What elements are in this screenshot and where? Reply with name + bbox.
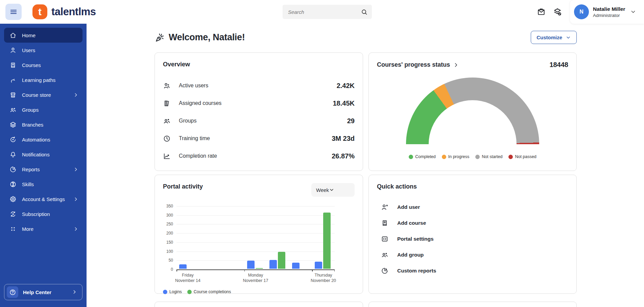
quick-action-add-group[interactable]: Add group — [381, 247, 568, 263]
x-axis-tick — [244, 269, 245, 271]
chevron-right-icon — [453, 62, 459, 68]
inbox-message-icon[interactable] — [537, 7, 546, 16]
y-axis-tick-label: 350 — [160, 204, 173, 209]
quick-action-portal-settings[interactable]: Portal settings — [381, 231, 568, 247]
logins-bar[interactable] — [269, 260, 277, 269]
courses-total-count: 18448 — [549, 61, 568, 69]
sidebar-item-groups[interactable]: Groups — [4, 102, 82, 117]
sidebar-item-courses[interactable]: Courses — [4, 58, 82, 72]
sidebar-item-account-settings[interactable]: Account & Settings — [4, 192, 82, 206]
legend-completed: Completed — [409, 154, 435, 159]
legend-not-passed: Not passed — [508, 154, 536, 159]
user-plus-icon — [381, 203, 388, 211]
partial-card-left — [154, 302, 363, 307]
overview-title: Overview — [163, 61, 355, 68]
chevron-right-icon — [73, 226, 78, 232]
search-bar — [283, 5, 372, 19]
portal-activity-card: Portal activity Week 0501001502002503003… — [154, 175, 363, 294]
y-axis-tick-label: 250 — [160, 222, 173, 226]
party-popper-icon — [154, 32, 165, 43]
book-icon — [381, 219, 388, 227]
help-center-label: Help Center — [23, 289, 72, 295]
user-menu[interactable]: N Natalie Miller Administrator — [570, 0, 644, 24]
hamburger-menu-button[interactable] — [5, 4, 22, 20]
course-completions-bar[interactable] — [278, 252, 285, 269]
quick-action-custom-reports[interactable]: Custom reports — [381, 263, 568, 279]
main-content: Welcome, Natalie! Customize Overview Act… — [154, 30, 577, 307]
y-axis-tick-label: 0 — [160, 267, 173, 272]
legend-dot — [187, 290, 192, 294]
overview-card: Overview Active users 2.42K Assigned cou… — [154, 52, 363, 171]
active-users-icon — [163, 82, 171, 90]
pie-icon — [9, 166, 17, 173]
sidebar-item-home[interactable]: Home — [4, 28, 82, 43]
sidebar-item-users[interactable]: Users — [4, 43, 82, 58]
search-input[interactable] — [288, 9, 361, 15]
sidebar-item-automations[interactable]: Automations — [4, 132, 82, 147]
branch-switch-icon[interactable] — [553, 7, 562, 16]
grid-icon — [9, 225, 17, 233]
sidebar-item-skills[interactable]: Skills — [4, 177, 82, 192]
quick-actions-title: Quick actions — [377, 183, 568, 190]
talentlms-logo[interactable]: t talentlms — [32, 4, 96, 19]
x-axis-label: ThursdayNovember 20 — [300, 272, 347, 284]
logins-bar[interactable] — [315, 262, 322, 269]
bar-group-sunday-november-16 — [222, 206, 244, 269]
sidebar-item-reports[interactable]: Reports — [4, 162, 82, 177]
stat-active-users: Active users 2.42K — [163, 77, 355, 94]
sidebar-item-course-store[interactable]: Course store — [4, 87, 82, 102]
courses-progress-card: Courses' progress status 18448 Completed… — [368, 52, 577, 171]
period-value: Week — [316, 187, 329, 193]
hamburger-icon — [9, 8, 18, 16]
courses-progress-link[interactable]: Courses' progress status — [377, 61, 459, 68]
logins-bar[interactable] — [292, 263, 300, 269]
x-axis-label: MondayNovember 17 — [232, 272, 279, 284]
x-axis-tick — [312, 269, 313, 271]
subscription-icon: $ — [9, 211, 17, 218]
quick-action-add-user[interactable]: Add user — [381, 199, 568, 215]
pie-icon — [381, 267, 388, 275]
chevron-right-icon — [73, 167, 78, 172]
period-select[interactable]: Week — [311, 183, 355, 197]
people-icon — [381, 251, 388, 259]
y-axis-tick-label: 100 — [160, 249, 173, 254]
layers-icon — [9, 121, 17, 128]
bar-group-thursday-november-20 — [312, 206, 335, 269]
legend-not-started: Not started — [475, 154, 502, 159]
sidebar-item-notifications[interactable]: Notifications — [4, 147, 82, 162]
chevron-down-icon — [329, 187, 334, 193]
course-completions-bar[interactable] — [323, 213, 331, 269]
legend-dot — [163, 290, 167, 294]
stat-training-time: Training time 3M 23d — [163, 130, 355, 147]
chevron-right-icon — [73, 92, 78, 97]
quick-action-add-course[interactable]: Add course — [381, 215, 568, 231]
sidebar-item-more[interactable]: More — [4, 221, 82, 236]
gridline — [176, 269, 335, 270]
user-name: Natalie Miller — [593, 6, 625, 13]
search-icon[interactable] — [361, 8, 368, 16]
course-completions-bar[interactable] — [256, 268, 263, 269]
legend-logins: Logins — [163, 289, 182, 294]
sidebar-item-help-center[interactable]: Help Center — [4, 284, 82, 300]
legend-dot — [442, 155, 446, 159]
progress-gauge-chart — [406, 78, 539, 144]
bell-icon — [9, 151, 17, 158]
portal-activity-bar-chart: 050100150200250300350FridayNovember 14Mo… — [163, 206, 355, 294]
user-icon — [9, 47, 17, 54]
y-axis-tick-label: 300 — [160, 213, 173, 218]
talentlms-logo-icon: t — [32, 4, 47, 19]
sidebar-item-branches[interactable]: Branches — [4, 117, 82, 132]
logins-bar[interactable] — [179, 264, 187, 269]
question-mark-icon — [7, 286, 18, 298]
bar-group-saturday-november-15 — [199, 206, 222, 269]
legend-course-completions: Course completions — [187, 289, 231, 294]
logins-bar[interactable] — [247, 261, 255, 269]
y-axis-tick-label: 50 — [160, 258, 173, 263]
bar-group-friday-november-14 — [176, 206, 199, 269]
customize-button[interactable]: Customize — [531, 31, 577, 44]
x-axis-tick — [334, 269, 335, 271]
learning-path-icon — [9, 76, 17, 84]
sidebar-item-subscription[interactable]: $ Subscription — [4, 206, 82, 221]
top-bar: t talentlms N Natalie Miller Administrat… — [0, 0, 644, 24]
sidebar-item-learning-paths[interactable]: Learning paths — [4, 72, 82, 87]
